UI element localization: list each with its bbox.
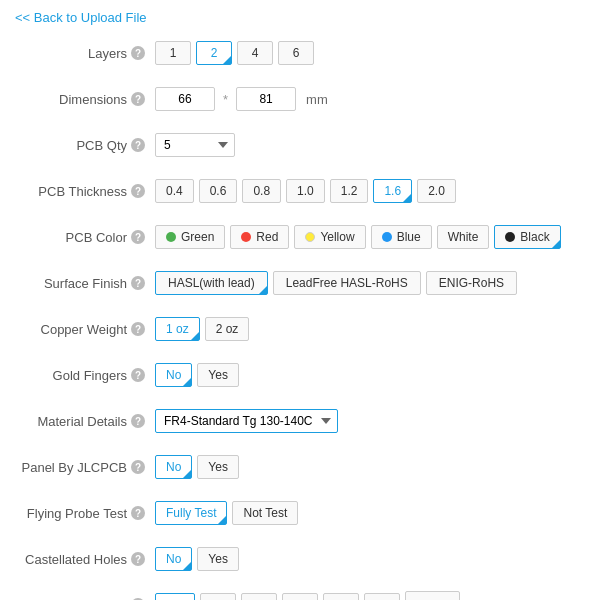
pcb-thickness-row: PCB Thickness ? 0.4 0.6 0.8 1.0 1.2 1.6 … [15, 175, 595, 207]
yellow-dot [305, 232, 315, 242]
layers-row: Layers ? 1 2 4 6 [15, 37, 595, 69]
dimensions-row: Dimensions ? * mm [15, 83, 595, 115]
dimensions-help-icon[interactable]: ? [131, 92, 145, 106]
panel-options: No Yes [155, 455, 595, 479]
flying-probe-fully[interactable]: Fully Test [155, 501, 227, 525]
dimensions-unit: mm [306, 92, 328, 107]
layers-label: Layers ? [15, 46, 155, 61]
gold-fingers-help-icon[interactable]: ? [131, 368, 145, 382]
thickness-2-0[interactable]: 2.0 [417, 179, 456, 203]
different-design-2[interactable]: 2 [200, 593, 236, 600]
copper-weight-options: 1 oz 2 oz [155, 317, 595, 341]
thickness-0-4[interactable]: 0.4 [155, 179, 194, 203]
color-white[interactable]: White [437, 225, 490, 249]
thickness-1-0[interactable]: 1.0 [286, 179, 325, 203]
pcb-qty-label: PCB Qty ? [15, 138, 155, 153]
blue-dot [382, 232, 392, 242]
material-details-help-icon[interactable]: ? [131, 414, 145, 428]
flying-probe-not[interactable]: Not Test [232, 501, 298, 525]
material-details-label: Material Details ? [15, 414, 155, 429]
surface-enig[interactable]: ENIG-RoHS [426, 271, 517, 295]
layers-option-2[interactable]: 2 [196, 41, 232, 65]
material-details-row: Material Details ? FR4-Standard Tg 130-1… [15, 405, 595, 437]
different-design-3[interactable]: 3 [241, 593, 277, 600]
surface-finish-label: Surface Finish ? [15, 276, 155, 291]
black-dot [505, 232, 515, 242]
dimensions-height-input[interactable] [236, 87, 296, 111]
panel-no[interactable]: No [155, 455, 192, 479]
pcb-qty-help-icon[interactable]: ? [131, 138, 145, 152]
pcb-thickness-label: PCB Thickness ? [15, 184, 155, 199]
pcb-color-row: PCB Color ? Green Red Yellow Blue White … [15, 221, 595, 253]
surface-hasl-rohs[interactable]: LeadFree HASL-RoHS [273, 271, 421, 295]
flying-probe-options: Fully Test Not Test [155, 501, 595, 525]
thickness-1-6[interactable]: 1.6 [373, 179, 412, 203]
castellated-holes-help-icon[interactable]: ? [131, 552, 145, 566]
color-red[interactable]: Red [230, 225, 289, 249]
castellated-holes-options: No Yes [155, 547, 595, 571]
pcb-color-options: Green Red Yellow Blue White Black [155, 225, 595, 249]
gold-fingers-yes[interactable]: Yes [197, 363, 239, 387]
color-black[interactable]: Black [494, 225, 560, 249]
castellated-holes-row: Castellated Holes ? No Yes [15, 543, 595, 575]
red-dot [241, 232, 251, 242]
material-details-options: FR4-Standard Tg 130-140C FR4-Standard Tg… [155, 409, 595, 433]
copper-1oz[interactable]: 1 oz [155, 317, 200, 341]
surface-finish-row: Surface Finish ? HASL(with lead) LeadFre… [15, 267, 595, 299]
panel-help-icon[interactable]: ? [131, 460, 145, 474]
green-dot [166, 232, 176, 242]
dimensions-label: Dimensions ? [15, 92, 155, 107]
panel-label: Panel By JLCPCB ? [15, 460, 155, 475]
copper-weight-row: Copper Weight ? 1 oz 2 oz [15, 313, 595, 345]
material-details-select[interactable]: FR4-Standard Tg 130-140C FR4-Standard Tg… [155, 409, 338, 433]
gold-fingers-no[interactable]: No [155, 363, 192, 387]
different-design-input-1[interactable] [155, 593, 195, 600]
different-design-5[interactable]: 5 [323, 593, 359, 600]
thickness-0-6[interactable]: 0.6 [199, 179, 238, 203]
different-design-4[interactable]: 4 [282, 593, 318, 600]
castellated-no[interactable]: No [155, 547, 192, 571]
castellated-holes-label: Castellated Holes ? [15, 552, 155, 567]
flying-probe-row: Flying Probe Test ? Fully Test Not Test [15, 497, 595, 529]
copper-weight-label: Copper Weight ? [15, 322, 155, 337]
panel-yes[interactable]: Yes [197, 455, 239, 479]
color-blue[interactable]: Blue [371, 225, 432, 249]
different-design-empty [405, 591, 460, 600]
flying-probe-label: Flying Probe Test ? [15, 506, 155, 521]
gold-fingers-row: Gold Fingers ? No Yes [15, 359, 595, 391]
layers-option-6[interactable]: 6 [278, 41, 314, 65]
surface-finish-help-icon[interactable]: ? [131, 276, 145, 290]
different-design-6[interactable]: 6 [364, 593, 400, 600]
flying-probe-help-icon[interactable]: ? [131, 506, 145, 520]
pcb-color-label: PCB Color ? [15, 230, 155, 245]
different-design-options: 2 3 4 5 6 [155, 591, 595, 600]
copper-weight-help-icon[interactable]: ? [131, 322, 145, 336]
pcb-thickness-options: 0.4 0.6 0.8 1.0 1.2 1.6 2.0 [155, 179, 595, 203]
panel-row: Panel By JLCPCB ? No Yes [15, 451, 595, 483]
layers-option-4[interactable]: 4 [237, 41, 273, 65]
copper-2oz[interactable]: 2 oz [205, 317, 250, 341]
color-yellow[interactable]: Yellow [294, 225, 365, 249]
gold-fingers-label: Gold Fingers ? [15, 368, 155, 383]
layers-option-1[interactable]: 1 [155, 41, 191, 65]
layers-help-icon[interactable]: ? [131, 46, 145, 60]
dimensions-inputs: * mm [155, 87, 595, 111]
different-design-row: Different Design ? 2 3 4 5 6 [15, 589, 595, 600]
pcb-qty-options: 5 10 15 20 25 30 50 75 100 [155, 133, 595, 157]
pcb-color-help-icon[interactable]: ? [131, 230, 145, 244]
color-green[interactable]: Green [155, 225, 225, 249]
pcb-qty-row: PCB Qty ? 5 10 15 20 25 30 50 75 100 [15, 129, 595, 161]
dimensions-separator: * [223, 92, 228, 107]
layers-options: 1 2 4 6 [155, 41, 595, 65]
dimensions-width-input[interactable] [155, 87, 215, 111]
thickness-0-8[interactable]: 0.8 [242, 179, 281, 203]
surface-finish-options: HASL(with lead) LeadFree HASL-RoHS ENIG-… [155, 271, 595, 295]
surface-hasl-lead[interactable]: HASL(with lead) [155, 271, 268, 295]
thickness-1-2[interactable]: 1.2 [330, 179, 369, 203]
pcb-thickness-help-icon[interactable]: ? [131, 184, 145, 198]
pcb-qty-select[interactable]: 5 10 15 20 25 30 50 75 100 [155, 133, 235, 157]
gold-fingers-options: No Yes [155, 363, 595, 387]
castellated-yes[interactable]: Yes [197, 547, 239, 571]
back-link[interactable]: << Back to Upload File [15, 10, 147, 25]
